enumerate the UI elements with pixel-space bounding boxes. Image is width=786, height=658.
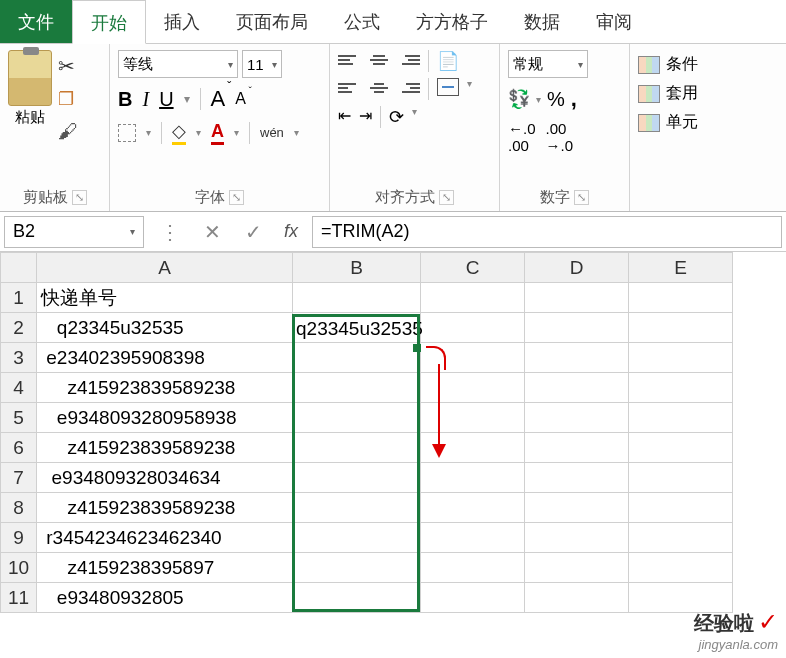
cell[interactable]: [629, 343, 733, 373]
cell[interactable]: [525, 463, 629, 493]
tab-file[interactable]: 文件: [0, 0, 72, 43]
cut-icon[interactable]: ✂: [58, 54, 78, 78]
phonetic-icon[interactable]: wén: [260, 125, 284, 140]
font-size-combo[interactable]: 11▾: [242, 50, 282, 78]
cell[interactable]: [421, 493, 525, 523]
row-header[interactable]: 10: [1, 553, 37, 583]
cell[interactable]: [293, 403, 421, 433]
row-header[interactable]: 5: [1, 403, 37, 433]
orientation-icon[interactable]: ⟳: [389, 106, 404, 128]
border-icon[interactable]: [118, 124, 136, 142]
cell[interactable]: [421, 523, 525, 553]
cell[interactable]: [629, 283, 733, 313]
wrap-text-icon[interactable]: 📄: [437, 50, 459, 72]
cell[interactable]: [525, 403, 629, 433]
cell[interactable]: [421, 403, 525, 433]
row-header[interactable]: 8: [1, 493, 37, 523]
cell[interactable]: [421, 313, 525, 343]
font-launcher[interactable]: ⤡: [229, 190, 244, 205]
increase-decimal-icon[interactable]: ←.0.00: [508, 120, 536, 154]
grid[interactable]: A B C D E 1快递单号 2 q23345u32535 3 e234023…: [0, 252, 733, 613]
cell[interactable]: [293, 523, 421, 553]
cell[interactable]: z415923839589238: [37, 373, 293, 403]
format-painter-icon[interactable]: 🖌: [58, 120, 78, 143]
underline-button[interactable]: U: [159, 88, 173, 111]
select-all-corner[interactable]: [1, 253, 37, 283]
decrease-decimal-icon[interactable]: .00→.0: [546, 120, 574, 154]
increase-font-icon[interactable]: A: [211, 86, 226, 112]
col-header-b[interactable]: B: [293, 253, 421, 283]
col-header-c[interactable]: C: [421, 253, 525, 283]
cell[interactable]: [629, 373, 733, 403]
align-top-icon[interactable]: [338, 50, 360, 70]
cell[interactable]: [293, 433, 421, 463]
cell[interactable]: q23345u32535: [37, 313, 293, 343]
align-launcher[interactable]: ⤡: [439, 190, 454, 205]
cell[interactable]: [421, 553, 525, 583]
cell[interactable]: e93480932805: [37, 583, 293, 613]
row-header[interactable]: 7: [1, 463, 37, 493]
tab-formula[interactable]: 公式: [326, 0, 398, 43]
cell[interactable]: [293, 553, 421, 583]
cell[interactable]: [421, 433, 525, 463]
number-format-combo[interactable]: 常规▾: [508, 50, 588, 78]
cell[interactable]: [421, 283, 525, 313]
cell[interactable]: [629, 493, 733, 523]
cell[interactable]: z415923839589238: [37, 493, 293, 523]
cell[interactable]: [525, 553, 629, 583]
cell[interactable]: z4159238395897: [37, 553, 293, 583]
number-launcher[interactable]: ⤡: [574, 190, 589, 205]
align-left-icon[interactable]: [338, 78, 360, 98]
fill-color-icon[interactable]: ◇: [172, 120, 186, 145]
row-header[interactable]: 11: [1, 583, 37, 613]
cell[interactable]: [293, 283, 421, 313]
cell[interactable]: [293, 343, 421, 373]
cell[interactable]: [629, 403, 733, 433]
copy-icon[interactable]: ❐: [58, 88, 78, 110]
accept-formula-icon[interactable]: ✓: [237, 220, 270, 244]
row-header[interactable]: 6: [1, 433, 37, 463]
name-box[interactable]: B2▾: [4, 216, 144, 248]
tab-home[interactable]: 开始: [72, 0, 146, 44]
cell-style-button[interactable]: 单元: [638, 112, 778, 133]
formula-bar[interactable]: =TRIM(A2): [312, 216, 782, 248]
align-center-icon[interactable]: [368, 78, 390, 98]
cell[interactable]: [293, 493, 421, 523]
cell[interactable]: 快递单号: [37, 283, 293, 313]
row-header[interactable]: 1: [1, 283, 37, 313]
cell[interactable]: e23402395908398: [37, 343, 293, 373]
cell[interactable]: r3454234623462340: [37, 523, 293, 553]
cell[interactable]: [293, 583, 421, 613]
currency-icon[interactable]: 💱: [508, 88, 530, 110]
cell[interactable]: [293, 463, 421, 493]
paste-icon[interactable]: [8, 50, 52, 106]
cell[interactable]: [293, 373, 421, 403]
col-header-e[interactable]: E: [629, 253, 733, 283]
cell[interactable]: [525, 373, 629, 403]
bold-button[interactable]: B: [118, 88, 132, 111]
cell[interactable]: [629, 523, 733, 553]
clipboard-launcher[interactable]: ⤡: [72, 190, 87, 205]
tab-insert[interactable]: 插入: [146, 0, 218, 43]
align-bottom-icon[interactable]: [398, 50, 420, 70]
tab-data[interactable]: 数据: [506, 0, 578, 43]
row-header[interactable]: 9: [1, 523, 37, 553]
row-header[interactable]: 2: [1, 313, 37, 343]
cell[interactable]: [525, 313, 629, 343]
tab-ffgz[interactable]: 方方格子: [398, 0, 506, 43]
row-header[interactable]: 3: [1, 343, 37, 373]
cell[interactable]: [629, 463, 733, 493]
cell[interactable]: e934809328034634: [37, 463, 293, 493]
cell[interactable]: [525, 583, 629, 613]
cell[interactable]: [525, 283, 629, 313]
fx-icon[interactable]: fx: [278, 221, 304, 242]
cell[interactable]: [421, 343, 525, 373]
row-header[interactable]: 4: [1, 373, 37, 403]
cell[interactable]: z415923839589238: [37, 433, 293, 463]
cell[interactable]: [629, 433, 733, 463]
col-header-d[interactable]: D: [525, 253, 629, 283]
cell[interactable]: [421, 463, 525, 493]
align-right-icon[interactable]: [398, 78, 420, 98]
tab-layout[interactable]: 页面布局: [218, 0, 326, 43]
comma-icon[interactable]: ,: [571, 86, 577, 112]
